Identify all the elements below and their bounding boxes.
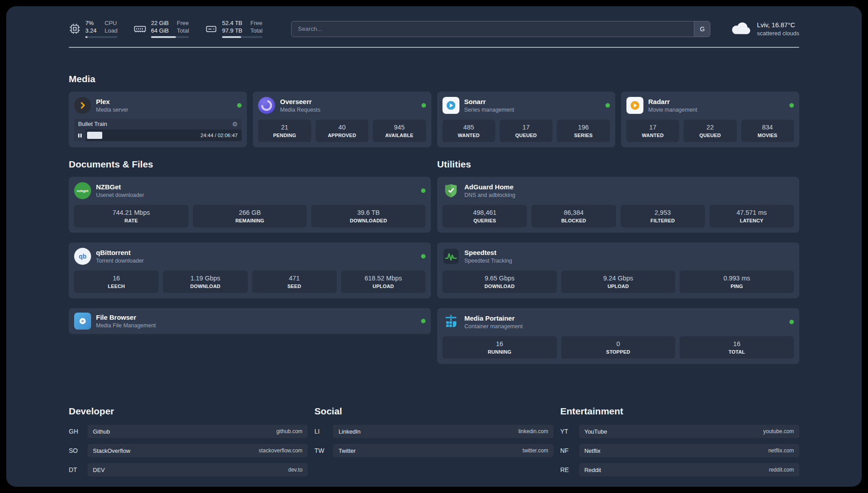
nzbget-card[interactable]: nzbget NZBGet Usenet downloader 744.21 M… [69, 177, 431, 233]
nzbget-card-header: nzbget NZBGet Usenet downloader [74, 182, 426, 199]
stat-value: 1.19 Gbps [165, 274, 246, 282]
bookmark-row: SO StackOverflow stackoverflow.com [69, 444, 308, 457]
app-subtitle: Movie management [648, 106, 697, 113]
stat-box: 266 GB REMAINING [193, 205, 307, 227]
cpu-load: 3.24 [85, 27, 96, 34]
radarr-icon [626, 97, 643, 114]
ram-widget: 22 GiB Free 64 GiB Total [134, 20, 189, 38]
sonarr-card[interactable]: Sonarr Series management 485 WANTED 17 Q… [437, 92, 615, 147]
cloud-icon [731, 21, 751, 37]
bookmark-row: LI LinkedIn linkedin.com [314, 425, 553, 438]
status-dot [237, 103, 242, 108]
pause-button[interactable] [74, 130, 86, 141]
developer-title: Developer [69, 406, 308, 417]
app-name: Plex [96, 97, 128, 106]
player-progress-track [86, 130, 200, 141]
player-settings-gear-icon[interactable]: ⚙ [232, 121, 238, 127]
plex-card[interactable]: Plex Media server Bullet Train ⚙ 24:44 /… [69, 92, 247, 147]
stat-label: DOWNLOAD [165, 284, 246, 289]
bookmark-url: youtube.com [763, 428, 794, 435]
portainer-icon [442, 313, 459, 330]
stat-value: 945 [375, 123, 424, 131]
bookmark-row: TW Twitter twitter.com [314, 444, 553, 457]
stat-value: 618.52 Mbps [343, 274, 424, 282]
qbittorrent-card[interactable]: qb qBittorrent Torrent downloader 16 LEE… [69, 242, 431, 298]
bookmark-link-github[interactable]: Github github.com [88, 425, 308, 438]
bookmark-abbr: SO [69, 447, 83, 454]
app-subtitle: Usenet downloader [96, 192, 144, 199]
bookmark-name: LinkedIn [338, 428, 360, 435]
overseerr-card[interactable]: Overseerr Media Requests 21 PENDING 40 A… [253, 92, 431, 147]
stat-box: 17 WANTED [626, 120, 679, 142]
entertainment-bookmarks: Entertainment YT YouTube youtube.com NF … [560, 406, 799, 482]
app-name: Speedtest [464, 248, 512, 257]
ram-free-label: Free [177, 20, 189, 26]
overseerr-stats: 21 PENDING 40 APPROVED 945 AVAILABLE [258, 120, 426, 142]
stat-value: 266 GB [195, 209, 305, 217]
disk-total-label: Total [250, 27, 263, 34]
bookmark-link-dev[interactable]: DEV dev.to [88, 463, 308, 476]
nzbget-stats: 744.21 Mbps RATE 266 GB REMAINING 39.6 T… [74, 205, 426, 227]
search-engine-button[interactable]: G [694, 21, 710, 37]
bookmark-url: reddit.com [769, 467, 794, 473]
filebrowser-icon [74, 313, 91, 330]
stat-box: 498,461 QUERIES [442, 205, 527, 227]
bookmark-url: linkedin.com [518, 428, 548, 435]
ram-total-label: Total [177, 27, 189, 34]
filebrowser-card-header: File Browser Media File Management [74, 313, 426, 330]
bookmark-link-linkedin[interactable]: LinkedIn linkedin.com [333, 425, 553, 438]
bookmark-link-stackoverflow[interactable]: StackOverflow stackoverflow.com [88, 444, 308, 457]
plex-now-playing: Bullet Train ⚙ 24:44 / 02:06:47 [74, 119, 242, 141]
bookmark-url: netflix.com [768, 447, 794, 454]
stat-label: QUERIES [444, 218, 525, 223]
speedtest-card[interactable]: Speedtest Speedtest Tracking 9.65 Gbps D… [437, 242, 799, 298]
bookmark-link-youtube[interactable]: YouTube youtube.com [579, 425, 799, 438]
stat-label: AVAILABLE [375, 133, 424, 138]
search-input[interactable] [292, 21, 694, 37]
stat-label: RUNNING [444, 349, 555, 355]
documents-section-title: Documents & Files [69, 159, 431, 170]
portainer-card[interactable]: Media Portainer Container management 16 … [437, 308, 799, 364]
bookmark-link-reddit[interactable]: Reddit reddit.com [579, 463, 799, 476]
status-dot [789, 103, 794, 108]
app-subtitle: Container management [464, 323, 523, 330]
stat-label: UPLOAD [343, 284, 424, 289]
bookmark-abbr: LI [314, 428, 329, 435]
search-bar: G [291, 21, 710, 37]
now-playing-title: Bullet Train [78, 121, 107, 127]
cpu-label: CPU [104, 20, 117, 26]
stat-value: 16 [76, 274, 157, 282]
bookmark-url: stackoverflow.com [259, 447, 302, 454]
bookmark-abbr: NF [560, 447, 575, 454]
app-subtitle: Speedtest Tracking [464, 257, 512, 264]
adguard-card[interactable]: AdGuard Home DNS and adblocking 498,461 … [437, 177, 799, 233]
adguard-stats: 498,461 QUERIES 86,384 BLOCKED 2,953 FIL… [442, 205, 794, 227]
stat-value: 21 [260, 123, 309, 131]
stat-box: 40 APPROVED [316, 120, 368, 142]
radarr-card[interactable]: Radarr Movie management 17 WANTED 22 QUE… [621, 92, 799, 147]
stat-value: 47.571 ms [711, 209, 792, 217]
bookmark-name: Github [93, 428, 110, 435]
entertainment-title: Entertainment [560, 406, 799, 417]
media-section-title: Media [69, 74, 799, 84]
speedtest-icon [442, 248, 459, 265]
stat-label: DOWNLOAD [444, 284, 555, 289]
stat-label: WANTED [628, 133, 677, 138]
portainer-stats: 16 RUNNING 0 STOPPED 16 TOTAL [442, 336, 794, 359]
speedtest-stats: 9.65 Gbps DOWNLOAD 9.24 Gbps UPLOAD 0.99… [442, 271, 794, 293]
stat-box: 9.24 Gbps UPLOAD [561, 271, 676, 293]
ram-progress-bar [151, 36, 189, 38]
bookmark-name: YouTube [584, 428, 607, 435]
bookmark-url: github.com [276, 428, 303, 435]
social-title: Social [314, 406, 553, 417]
stat-label: RATE [76, 218, 187, 223]
stat-value: 485 [444, 123, 493, 131]
stat-value: 471 [254, 274, 335, 282]
app-subtitle: Media server [96, 106, 128, 113]
stat-value: 86,384 [533, 209, 614, 217]
filebrowser-card[interactable]: File Browser Media File Management [69, 308, 431, 334]
bookmark-link-twitter[interactable]: Twitter twitter.com [333, 444, 553, 457]
bookmark-link-netflix[interactable]: Netflix netflix.com [579, 444, 799, 457]
stat-label: WANTED [444, 133, 493, 138]
stat-value: 17 [628, 123, 677, 131]
